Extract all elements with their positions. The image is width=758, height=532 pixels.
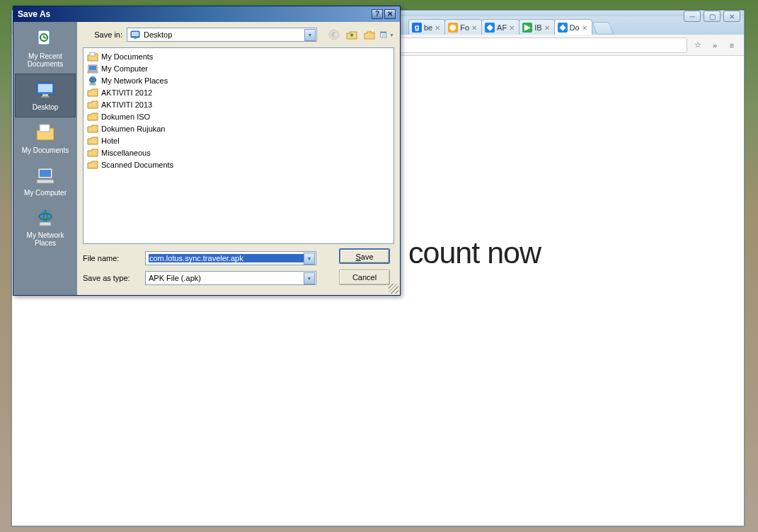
- file-list[interactable]: My DocumentsMy ComputerMy Network Places…: [83, 47, 394, 244]
- browser-tab[interactable]: ▶IB✕: [519, 19, 554, 35]
- favicon-icon: g: [412, 23, 422, 33]
- folder-icon: [87, 111, 98, 122]
- file-item[interactable]: AKTIVITI 2013: [86, 98, 391, 110]
- cancel-button[interactable]: Cancel: [339, 270, 390, 285]
- file-name: My Network Places: [101, 76, 168, 85]
- svg-point-37: [89, 76, 96, 83]
- tab-label: IB: [534, 23, 541, 32]
- new-folder-icon[interactable]: ✦: [362, 28, 377, 42]
- close-tab-icon[interactable]: ✕: [509, 24, 516, 31]
- file-name: My Computer: [101, 64, 148, 73]
- close-window-button[interactable]: ✕: [723, 11, 740, 22]
- svg-rect-35: [89, 66, 96, 70]
- save-as-type-combo[interactable]: APK File (.apk) ▼: [145, 271, 316, 285]
- svg-text:g: g: [415, 23, 420, 31]
- close-dialog-button[interactable]: ✕: [384, 9, 396, 19]
- svg-text:✦: ✦: [369, 28, 376, 35]
- svg-text:◉: ◉: [449, 23, 456, 31]
- views-icon[interactable]: ▼: [380, 28, 394, 42]
- place-mydocs[interactable]: My Documents: [15, 117, 76, 160]
- chevron-down-icon[interactable]: ▼: [304, 253, 315, 265]
- tab-label: be: [424, 23, 432, 32]
- new-tab-button[interactable]: [592, 22, 614, 35]
- svg-rect-30: [381, 32, 386, 33]
- file-item[interactable]: Hotel: [86, 134, 391, 146]
- svg-text:◆: ◆: [486, 23, 493, 31]
- favicon-icon: ▶: [522, 23, 532, 33]
- desktop-icon: [34, 79, 57, 101]
- save-in-value: Desktop: [144, 30, 302, 39]
- mydocs-icon: [87, 51, 98, 62]
- dialog-title: Save As: [18, 9, 50, 19]
- svg-rect-33: [90, 52, 95, 56]
- file-item[interactable]: AKTIVITI 2012: [86, 86, 391, 98]
- filename-label: File name:: [83, 254, 139, 262]
- place-label: My Computer: [24, 189, 67, 197]
- favicon-icon: ◆: [485, 23, 495, 33]
- svg-rect-19: [37, 180, 54, 183]
- place-netplaces[interactable]: My Network Places: [15, 202, 76, 253]
- maximize-button[interactable]: ▢: [704, 11, 720, 22]
- browser-tab[interactable]: ◆Do✕: [554, 19, 592, 35]
- close-tab-icon[interactable]: ✕: [544, 24, 551, 31]
- minimize-button[interactable]: ─: [684, 11, 701, 22]
- filename-value: com.lotus.sync.traveler.apk: [149, 254, 304, 262]
- svg-rect-18: [40, 170, 51, 177]
- file-name: My Documents: [101, 52, 153, 61]
- back-icon: [327, 28, 341, 42]
- recent-icon: [34, 28, 57, 50]
- file-item[interactable]: Dokumen Rujukan: [86, 122, 391, 134]
- up-one-level-icon[interactable]: [345, 28, 359, 42]
- close-tab-icon[interactable]: ✕: [471, 24, 478, 31]
- file-item[interactable]: Dokumen ISO: [86, 110, 391, 122]
- place-mycomp[interactable]: My Computer: [15, 160, 76, 202]
- mycomp-icon: [87, 63, 98, 74]
- svg-rect-15: [41, 96, 50, 98]
- filename-input[interactable]: com.lotus.sync.traveler.apk ▼: [145, 251, 316, 265]
- hamburger-menu-icon[interactable]: ≡: [725, 39, 738, 52]
- place-recent[interactable]: My Recent Documents: [15, 23, 76, 74]
- place-label: My Network Places: [16, 231, 74, 247]
- save-button[interactable]: Save: [339, 248, 390, 264]
- bookmark-star-icon[interactable]: ☆: [691, 39, 704, 52]
- resize-grip[interactable]: [389, 284, 398, 294]
- svg-point-20: [39, 210, 52, 223]
- browser-tab[interactable]: ◉Fo✕: [444, 19, 482, 35]
- chevron-down-icon[interactable]: ▼: [304, 272, 315, 284]
- folder-icon: [87, 147, 98, 158]
- browser-tab[interactable]: gbe✕: [408, 19, 445, 35]
- extensions-overflow-icon[interactable]: »: [708, 39, 721, 52]
- favicon-icon: ◉: [448, 23, 458, 33]
- help-button[interactable]: ?: [372, 9, 383, 19]
- save-in-label: Save in:: [83, 30, 122, 39]
- browser-tab[interactable]: ◆AF✕: [481, 19, 519, 35]
- chevron-down-icon[interactable]: ▼: [304, 29, 316, 41]
- file-name: Miscellaneous: [101, 149, 151, 157]
- save-in-combo[interactable]: Desktop ▼: [127, 28, 317, 42]
- file-item[interactable]: My Network Places: [86, 74, 391, 86]
- netplaces-icon: [34, 207, 57, 229]
- place-desktop[interactable]: Desktop: [15, 74, 76, 117]
- file-name: AKTIVITI 2013: [101, 100, 152, 109]
- svg-rect-16: [40, 125, 50, 132]
- place-label: Desktop: [33, 103, 59, 111]
- save-as-type-label: Save as type:: [83, 274, 139, 282]
- svg-rect-24: [132, 32, 139, 36]
- svg-text:◆: ◆: [559, 23, 566, 31]
- save-as-dialog: Save As ? ✕ My Recent DocumentsDesktopMy…: [13, 6, 401, 296]
- close-tab-icon[interactable]: ✕: [435, 24, 442, 31]
- tab-label: Do: [570, 23, 580, 32]
- close-tab-icon[interactable]: ✕: [582, 24, 589, 31]
- file-name: Hotel: [101, 137, 120, 145]
- file-item[interactable]: My Documents: [86, 50, 391, 62]
- folder-icon: [87, 159, 98, 170]
- file-item[interactable]: Miscellaneous: [86, 146, 391, 158]
- desktop-icon: [130, 29, 141, 40]
- svg-text:▶: ▶: [524, 23, 531, 31]
- dialog-titlebar[interactable]: Save As ? ✕: [13, 6, 400, 22]
- file-item[interactable]: My Computer: [86, 62, 391, 74]
- mydocs-icon: [34, 122, 57, 144]
- netplaces-icon: [87, 75, 98, 86]
- svg-rect-14: [42, 94, 48, 96]
- file-item[interactable]: Scanned Documents: [86, 158, 391, 170]
